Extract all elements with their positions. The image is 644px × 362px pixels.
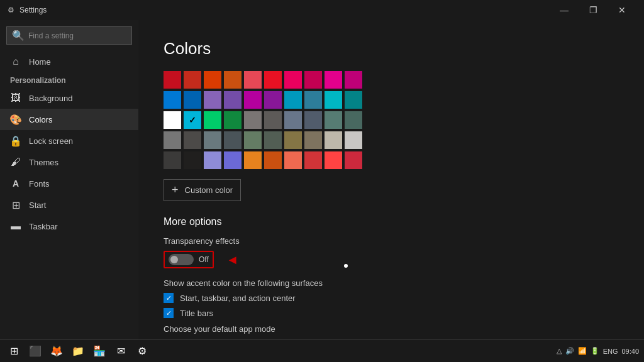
color-swatch[interactable] xyxy=(345,111,362,129)
minimize-button[interactable]: — xyxy=(550,0,579,20)
color-swatch[interactable] xyxy=(284,91,302,109)
color-swatch[interactable] xyxy=(304,91,322,109)
color-swatch[interactable] xyxy=(164,151,181,169)
language-indicator: ENG xyxy=(603,348,618,355)
settings-taskbar-icon[interactable]: ⚙ xyxy=(133,343,151,360)
color-swatch[interactable] xyxy=(164,71,181,89)
store-icon[interactable]: 🏪 xyxy=(91,343,108,360)
title-bars-checkbox-row: Title bars xyxy=(164,308,619,318)
notification-icon: △ xyxy=(557,347,562,355)
accent-surfaces-label: Show accent color on the following surfa… xyxy=(164,278,619,288)
app-body: 🔍 ⌂ Home Personalization 🖼 Background 🎨 … xyxy=(0,20,644,339)
sidebar-item-fonts-label: Fonts xyxy=(29,179,50,189)
sidebar-item-fonts[interactable]: A Fonts xyxy=(0,173,138,194)
color-swatch[interactable] xyxy=(325,151,342,169)
color-swatch[interactable] xyxy=(304,131,322,149)
color-swatch[interactable] xyxy=(264,131,282,149)
transparency-toggle[interactable] xyxy=(169,254,194,265)
color-swatch[interactable] xyxy=(325,111,342,129)
clock: 09:40 xyxy=(621,348,639,355)
sidebar-item-themes[interactable]: 🖌 Themes xyxy=(0,151,138,173)
themes-icon: 🖌 xyxy=(10,156,21,168)
color-swatch[interactable] xyxy=(204,151,221,169)
color-swatch[interactable] xyxy=(345,71,362,89)
color-swatch[interactable] xyxy=(284,71,302,89)
color-swatch[interactable] xyxy=(184,71,201,89)
color-swatch[interactable] xyxy=(244,71,262,89)
maximize-button[interactable]: ❐ xyxy=(579,0,608,20)
color-swatch[interactable] xyxy=(204,71,221,89)
title-bar-left: ⚙ Settings xyxy=(8,6,47,14)
sidebar-item-lockscreen[interactable]: 🔒 Lock screen xyxy=(0,130,138,151)
color-swatch[interactable] xyxy=(204,111,221,129)
color-swatch[interactable] xyxy=(284,111,302,129)
firefox-icon[interactable]: 🦊 xyxy=(48,343,65,360)
mail-icon[interactable]: ✉ xyxy=(112,343,130,360)
background-icon: 🖼 xyxy=(10,92,21,104)
color-swatch-selected[interactable] xyxy=(184,111,201,129)
color-swatch[interactable] xyxy=(164,111,181,129)
color-swatch[interactable] xyxy=(345,151,362,169)
sidebar-item-colors[interactable]: 🎨 Colors xyxy=(0,109,138,130)
taskbar-icon-nav: ▬ xyxy=(10,221,21,232)
file-explorer-icon[interactable]: 📁 xyxy=(69,343,87,360)
color-swatch[interactable] xyxy=(244,131,262,149)
color-swatch[interactable] xyxy=(264,71,282,89)
color-swatch[interactable] xyxy=(304,111,322,129)
lockscreen-icon: 🔒 xyxy=(10,135,21,146)
custom-color-label: Custom color xyxy=(185,185,233,195)
color-swatch[interactable] xyxy=(284,151,302,169)
color-swatch[interactable] xyxy=(204,131,221,149)
color-swatch[interactable] xyxy=(244,91,262,109)
content-area: Colors xyxy=(138,20,644,339)
color-swatch[interactable] xyxy=(204,91,221,109)
color-swatch[interactable] xyxy=(264,91,282,109)
sidebar-item-background[interactable]: 🖼 Background xyxy=(0,87,138,109)
color-swatch[interactable] xyxy=(224,91,242,109)
plus-icon: + xyxy=(172,184,179,197)
start-taskbar-checkbox[interactable] xyxy=(164,293,174,303)
taskbar: ⊞ ⬛ 🦊 📁 🏪 ✉ ⚙ △ 🔊 📶 🔋 ENG 09:40 xyxy=(0,339,644,362)
settings-icon: ⚙ xyxy=(8,6,14,14)
search-input[interactable] xyxy=(28,31,126,40)
sidebar-item-home-label: Home xyxy=(29,57,51,67)
sidebar-item-taskbar-label: Taskbar xyxy=(29,222,58,231)
personalization-label: Personalization xyxy=(0,72,138,87)
color-swatch[interactable] xyxy=(224,131,242,149)
close-button[interactable]: ✕ xyxy=(608,0,636,20)
sidebar-item-taskbar[interactable]: ▬ Taskbar xyxy=(0,216,138,237)
color-swatch[interactable] xyxy=(224,71,242,89)
color-swatch[interactable] xyxy=(244,151,262,169)
sidebar-item-start[interactable]: ⊞ Start xyxy=(0,194,138,216)
color-swatch[interactable] xyxy=(325,131,342,149)
title-bars-label: Title bars xyxy=(180,309,213,318)
color-swatch[interactable] xyxy=(264,151,282,169)
toggle-container[interactable]: Off xyxy=(164,251,214,268)
color-swatch[interactable] xyxy=(224,151,242,169)
color-swatch[interactable] xyxy=(325,71,342,89)
title-bars-checkbox[interactable] xyxy=(164,308,174,318)
color-swatch[interactable] xyxy=(325,91,342,109)
page-title: Colors xyxy=(164,39,619,58)
color-swatch[interactable] xyxy=(345,91,362,109)
color-swatch[interactable] xyxy=(244,111,262,129)
color-swatch[interactable] xyxy=(284,131,302,149)
color-swatch[interactable] xyxy=(184,91,201,109)
color-swatch[interactable] xyxy=(264,111,282,129)
search-box[interactable]: 🔍 xyxy=(6,26,132,45)
color-swatch[interactable] xyxy=(224,111,242,129)
color-swatch[interactable] xyxy=(164,91,181,109)
sidebar-item-background-label: Background xyxy=(29,94,72,103)
color-swatch[interactable] xyxy=(184,131,201,149)
search-taskbar-icon[interactable]: ⬛ xyxy=(26,343,44,360)
color-swatch[interactable] xyxy=(345,131,362,149)
custom-color-button[interactable]: + Custom color xyxy=(164,179,241,201)
color-swatch[interactable] xyxy=(304,151,322,169)
color-swatch[interactable] xyxy=(304,71,322,89)
title-bar-title: Settings xyxy=(19,6,47,14)
sidebar-item-home[interactable]: ⌂ Home xyxy=(0,51,138,72)
color-swatch[interactable] xyxy=(164,131,181,149)
start-button[interactable]: ⊞ xyxy=(5,343,23,360)
title-bar: ⚙ Settings — ❐ ✕ xyxy=(0,0,644,20)
color-swatch[interactable] xyxy=(184,151,201,169)
